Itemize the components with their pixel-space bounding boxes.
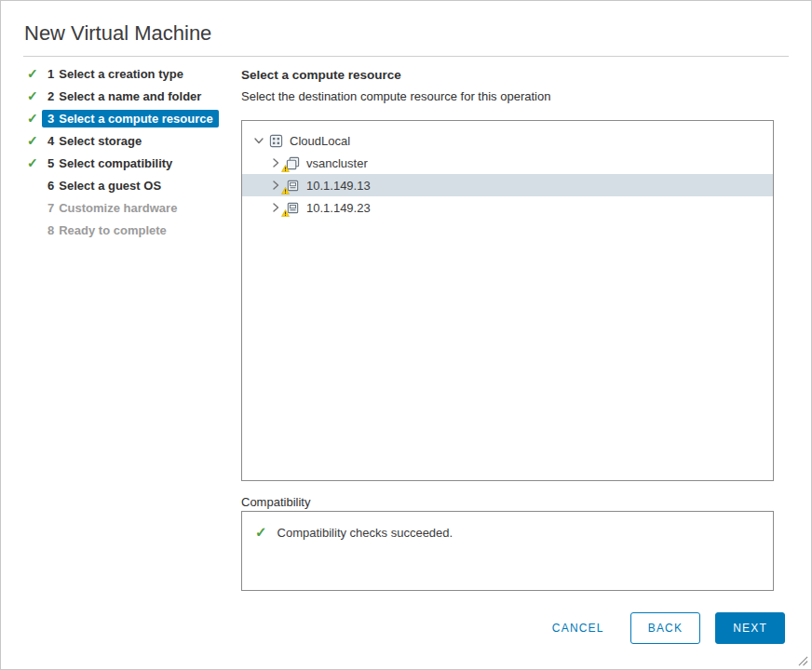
chevron-right-icon[interactable] [268, 201, 282, 215]
tree-row-cluster[interactable]: vsancluster [242, 152, 773, 174]
tree-node-label: 10.1.149.23 [306, 201, 371, 215]
check-icon: ✓ [23, 88, 42, 103]
step-label: Select a name and folder [59, 89, 201, 103]
tree-node-label: vsancluster [306, 156, 368, 170]
tree-row-host[interactable]: 10.1.149.23 [242, 196, 773, 219]
wizard-step-8[interactable]: 8Ready to complete [23, 219, 234, 241]
wizard-step-3-current[interactable]: ✓ 3Select a compute resource [23, 107, 234, 129]
tree-row-datacenter[interactable]: CloudLocal [242, 129, 773, 152]
back-button[interactable]: BACK [630, 612, 700, 644]
chevron-right-icon[interactable] [268, 179, 282, 193]
step-number: 1 [47, 67, 54, 81]
new-vm-wizard-dialog: New Virtual Machine ✓ 1Select a creation… [0, 0, 812, 670]
step-label: Select a creation type [59, 67, 183, 81]
step-label: Select a compute resource [59, 112, 212, 126]
check-icon: ✓ [23, 155, 42, 170]
chevron-right-icon[interactable] [268, 156, 282, 170]
check-icon: ✓ [23, 111, 42, 126]
compatibility-panel: ✓ Compatibility checks succeeded. [241, 511, 774, 591]
resize-handle-icon[interactable] [798, 656, 808, 666]
tree-row-host-selected[interactable]: 10.1.149.13 [242, 174, 773, 196]
warning-icon [281, 209, 290, 217]
tree-node-label: CloudLocal [290, 134, 350, 148]
check-icon: ✓ [23, 66, 42, 81]
wizard-step-2[interactable]: ✓ 2Select a name and folder [23, 85, 234, 107]
tree-node-label: 10.1.149.13 [306, 179, 371, 193]
step-number: 2 [47, 89, 54, 103]
wizard-step-1[interactable]: ✓ 1Select a creation type [23, 62, 234, 85]
next-button[interactable]: NEXT [715, 612, 785, 644]
cancel-button[interactable]: CANCEL [543, 613, 614, 643]
cluster-icon [285, 155, 301, 170]
warning-icon [281, 187, 290, 194]
step-number: 4 [47, 134, 54, 148]
step-label: Select a guest OS [59, 179, 161, 193]
page-title: Select a compute resource [241, 68, 401, 82]
check-icon: ✓ [23, 133, 42, 148]
success-check-icon: ✓ [255, 524, 267, 541]
compatibility-message: Compatibility checks succeeded. [277, 526, 453, 540]
wizard-step-5[interactable]: ✓ 5Select compatibility [23, 152, 234, 174]
step-number: 6 [47, 179, 54, 193]
step-number: 3 [47, 112, 54, 126]
step-label: Customize hardware [59, 201, 177, 215]
page-subtitle: Select the destination compute resource … [241, 89, 550, 103]
warning-icon [281, 165, 290, 172]
datacenter-icon [268, 133, 284, 148]
wizard-step-4[interactable]: ✓ 4Select storage [23, 129, 234, 152]
wizard-step-6[interactable]: 6Select a guest OS [23, 174, 234, 196]
dialog-title: New Virtual Machine [24, 21, 211, 46]
step-number: 7 [47, 201, 54, 215]
wizard-step-7[interactable]: 7Customize hardware [23, 196, 234, 219]
compatibility-label: Compatibility [241, 495, 310, 509]
step-label: Select compatibility [59, 156, 172, 170]
step-label: Ready to complete [59, 223, 167, 237]
compute-resource-tree: CloudLocal vsancluster [241, 120, 774, 481]
step-number: 5 [47, 156, 54, 170]
wizard-step-list: ✓ 1Select a creation type ✓ 2Select a na… [23, 62, 234, 241]
step-number: 8 [47, 223, 54, 237]
title-divider [23, 56, 789, 57]
host-icon [285, 200, 301, 215]
step-label: Select storage [59, 134, 142, 148]
host-icon [285, 178, 301, 193]
wizard-footer: CANCEL BACK NEXT [543, 612, 785, 644]
chevron-down-icon[interactable] [251, 134, 265, 148]
